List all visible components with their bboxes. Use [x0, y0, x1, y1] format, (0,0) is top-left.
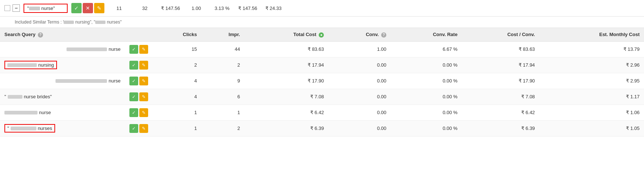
row1-conv: 1.00	[328, 41, 391, 57]
checkbox-area: −	[4, 4, 20, 12]
actions-cell-1: ✓ ✎	[125, 41, 153, 57]
query-text-5: nurse	[39, 110, 51, 115]
query-text-3: nurse	[108, 78, 121, 84]
row1-clicks: 15	[153, 41, 201, 57]
header-cost-per-conv: Cost / Conv.	[462, 28, 540, 41]
row4-conv-rate: 0.00 %	[391, 89, 462, 105]
query-text-6b: nurses	[38, 126, 52, 131]
row6-impr: 2	[201, 120, 244, 136]
row4-approve-button[interactable]: ✓	[129, 92, 138, 101]
row2-approve-button[interactable]: ✓	[129, 61, 138, 70]
row2-est-monthly-cost: ₹ 2.96	[539, 57, 644, 73]
row3-clicks: 4	[153, 73, 201, 89]
header-conv: Conv. ?	[328, 28, 391, 41]
row3-est-monthly-cost: ₹ 2.95	[539, 73, 644, 89]
top-cost-per-conv: ₹ 147.56	[237, 6, 259, 11]
row6-conv: 0.00	[328, 120, 391, 136]
row3-impr: 9	[201, 73, 244, 89]
row2-conv: 0.00	[328, 57, 391, 73]
table-row: nurse ✓ ✎ 4 9 ₹ 17.90 0.00 0.00 % ₹ 17.9…	[0, 73, 644, 89]
row2-clicks: 2	[153, 57, 201, 73]
query-text-2: nursing	[38, 62, 54, 68]
row6-est-monthly-cost: ₹ 1.05	[539, 120, 644, 136]
blurred-q5	[4, 111, 37, 114]
query-text-1: nurse	[108, 46, 121, 52]
row-checkbox[interactable]	[4, 5, 10, 11]
row5-cost-per-conv: ₹ 6.42	[462, 105, 540, 120]
row6-clicks: 1	[153, 120, 201, 136]
row3-conv: 0.00	[328, 73, 391, 89]
row5-approve-button[interactable]: ✓	[129, 108, 138, 117]
top-clicks: 11	[108, 6, 130, 11]
edit-button[interactable]: ✎	[94, 3, 104, 13]
blurred-nursing-prefix	[64, 21, 74, 24]
query-text-6a: "	[7, 126, 9, 131]
top-est-monthly-cost: ₹ 24.33	[262, 6, 285, 11]
row5-clicks: 1	[153, 105, 201, 120]
query-cell-6: " nurses	[0, 120, 125, 136]
row6-total-cost: ₹ 6.39	[244, 120, 328, 136]
query-cell-4: " nurse brides"	[0, 89, 125, 105]
actions-cell-4: ✓ ✎	[125, 89, 153, 105]
actions-cell-3: ✓ ✎	[125, 73, 153, 89]
collapse-button[interactable]: −	[12, 4, 20, 12]
row1-conv-rate: 6.67 %	[391, 41, 462, 57]
row1-cost-per-conv: ₹ 83.63	[462, 41, 540, 57]
row4-impr: 6	[201, 89, 244, 105]
conv-help-icon[interactable]: ?	[381, 32, 386, 38]
row4-cost-per-conv: ₹ 7.08	[462, 89, 540, 105]
row1-impr: 44	[201, 41, 244, 57]
row5-conv-rate: 0.00 %	[391, 105, 462, 120]
top-query-box: " nurse"	[24, 4, 68, 13]
row4-est-monthly-cost: ₹ 1.17	[539, 89, 644, 105]
header-actions	[125, 28, 153, 41]
row3-cost-per-conv: ₹ 17.90	[462, 73, 540, 89]
similar-terms-label: Included Similar Terms :	[15, 20, 62, 25]
table-row: nurse ✓ ✎ 1 1 ₹ 6.42 0.00 0.00 % ₹ 6.42 …	[0, 105, 644, 120]
top-total-cost: ₹ 147.56	[160, 6, 182, 11]
row3-approve-button[interactable]: ✓	[129, 77, 138, 85]
row3-edit-button[interactable]: ✎	[139, 77, 148, 85]
actions-cell-2: ✓ ✎	[125, 57, 153, 73]
row2-total-cost: ₹ 17.94	[244, 57, 328, 73]
blurred-q1	[67, 47, 107, 51]
row1-approve-button[interactable]: ✓	[129, 45, 138, 54]
table-row: nursing ✓ ✎ 2 2 ₹ 17.94 0.00 0.00 % ₹ 17…	[0, 57, 644, 73]
query-text-4a: "	[4, 94, 6, 99]
search-query-help-icon[interactable]: ?	[38, 32, 43, 38]
row2-edit-button[interactable]: ✎	[139, 61, 148, 70]
blurred-q6	[11, 127, 36, 130]
blurred-q3	[56, 79, 107, 83]
row1-est-monthly-cost: ₹ 13.79	[539, 41, 644, 57]
blurred-prefix	[29, 7, 40, 10]
row1-total-cost: ₹ 83.63	[244, 41, 328, 57]
row5-total-cost: ₹ 6.42	[244, 105, 328, 120]
top-query-text: nurse	[41, 6, 53, 11]
top-impr: 32	[134, 6, 156, 11]
search-query-table: Search Query ? Clicks Impr. Total Cost ●…	[0, 28, 644, 137]
similar-terms-row: Included Similar Terms : ' nursing", " n…	[0, 17, 644, 28]
top-row: − " nurse" ✓ ✕ ✎ 11 32 ₹ 147.56 1.00 3.1…	[0, 0, 644, 17]
top-conv: 1.00	[185, 6, 207, 11]
actions-cell-6: ✓ ✎	[125, 120, 153, 136]
row1-edit-button[interactable]: ✎	[139, 45, 148, 54]
blurred-q4	[8, 95, 22, 99]
row2-conv-rate: 0.00 %	[391, 57, 462, 73]
actions-cell-5: ✓ ✎	[125, 105, 153, 120]
blurred-nurses-prefix	[95, 21, 105, 24]
top-action-buttons: ✓ ✕ ✎	[71, 3, 104, 13]
approve-button[interactable]: ✓	[71, 3, 82, 13]
row5-edit-button[interactable]: ✎	[139, 108, 148, 117]
reject-button[interactable]: ✕	[83, 3, 93, 13]
row3-total-cost: ₹ 17.90	[244, 73, 328, 89]
header-clicks: Clicks	[153, 28, 201, 41]
row4-clicks: 4	[153, 89, 201, 105]
row4-edit-button[interactable]: ✎	[139, 92, 148, 101]
header-impr: Impr.	[201, 28, 244, 41]
header-total-cost: Total Cost ●	[244, 28, 328, 41]
row6-edit-button[interactable]: ✎	[139, 124, 148, 133]
row6-approve-button[interactable]: ✓	[129, 124, 138, 133]
row2-impr: 2	[201, 57, 244, 73]
row2-cost-per-conv: ₹ 17.94	[462, 57, 540, 73]
query-cell-3: nurse	[0, 73, 125, 89]
